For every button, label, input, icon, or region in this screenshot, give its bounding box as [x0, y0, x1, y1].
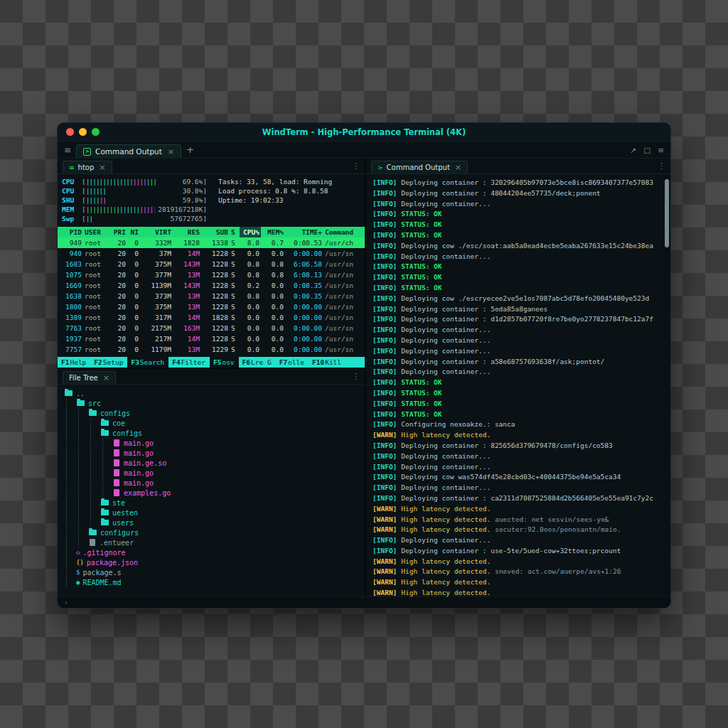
tree-item-main-go[interactable]: main.go	[63, 448, 362, 458]
table-row[interactable]: 1603root200375M143M1228S0.80.86:06.58/us…	[58, 259, 365, 269]
cell: S	[230, 248, 240, 259]
tree-item-users[interactable]: users	[63, 518, 362, 528]
tree-item-uesten[interactable]: uesten	[63, 508, 362, 518]
log-level: [INFO]	[373, 493, 397, 504]
cell: root	[83, 280, 112, 291]
tab-command-output[interactable]: > Command Output ×	[76, 144, 181, 158]
column-header[interactable]: CPU%	[240, 227, 261, 237]
kebab-menu-icon[interactable]: ⋮	[658, 161, 665, 171]
minimize-button[interactable]	[79, 128, 87, 136]
tree-item-main-go[interactable]: main.go	[63, 468, 362, 478]
tree-item-main-go[interactable]: main.go	[63, 438, 362, 448]
cell: 20	[112, 301, 127, 312]
table-row[interactable]: 1669root2001139M143M1228S0.20.00:08.35/u…	[58, 280, 365, 291]
tree-guide	[78, 418, 87, 428]
log-message: Deploying cow ./escryecee2ve5e1os7087abc…	[401, 294, 649, 304]
fkey-label: Lre G	[250, 357, 276, 368]
log-extra: secuter:92.0oos/penosantn/maio.	[495, 525, 621, 535]
tree-guide	[102, 458, 112, 468]
cell: root	[83, 259, 112, 269]
tree-item-readme-md[interactable]: ◉README.md	[63, 577, 362, 587]
table-row[interactable]: 1389root200317M14M1828S0.00.00:00.00/usr…	[58, 312, 365, 323]
column-header[interactable]: MEM%	[261, 227, 285, 237]
table-row[interactable]: 1937root200217M14M1228S0.00.00:00.00/usr…	[58, 333, 365, 344]
fkey-f3[interactable]: F3Search	[127, 357, 168, 368]
cell: 1389	[59, 312, 83, 323]
table-row[interactable]: 940root20037M14M1228S0.00.00:00.00/usr/s…	[58, 248, 365, 259]
tree-item-label: .gitignore	[82, 549, 125, 557]
fkey-f6[interactable]: F6Lre G	[239, 357, 276, 368]
log-line: [INFO]Deploying container...	[373, 346, 660, 357]
tree-guide	[90, 468, 100, 478]
close-icon[interactable]: ×	[168, 147, 174, 156]
tree-item-configs[interactable]: configs	[63, 428, 362, 438]
log-level: [INFO]	[373, 199, 397, 210]
fkey-f10[interactable]: F10Kill	[309, 357, 346, 368]
table-row[interactable]: 949root200332M18281338S8.00.70:00.53/usr…	[58, 237, 365, 248]
tree-guide	[66, 488, 75, 498]
htop-pane: ≡ htop × ⋮ CPU[|||||||||||||||||||||69.6…	[58, 159, 365, 368]
fkey-f1[interactable]: F1Help	[58, 357, 90, 368]
log-message: STATUS: OK	[401, 399, 441, 410]
table-row[interactable]: 1638root200373M13M1228S0.80.00:00.35/usr…	[58, 291, 365, 301]
tree-guide	[102, 448, 112, 458]
menu-icon[interactable]: ≡	[64, 145, 71, 155]
cell: 0.7	[261, 237, 285, 248]
column-header[interactable]: SUB	[201, 227, 230, 237]
kebab-menu-icon[interactable]: ⋮	[352, 161, 360, 171]
tree-item--gitignore[interactable]: ◇.gitignore	[63, 547, 362, 557]
close-icon[interactable]: ×	[99, 163, 105, 172]
column-header[interactable]: RES	[173, 227, 201, 237]
column-header[interactable]: PID	[59, 227, 83, 237]
fkey-f5[interactable]: F5osv	[210, 357, 239, 368]
column-header[interactable]: USER	[83, 227, 112, 237]
table-row[interactable]: 7757root2001179M13M1229S0.00.00:00.00/us…	[58, 344, 365, 355]
window-icon[interactable]: □	[643, 146, 651, 154]
cell: 0	[127, 269, 140, 280]
column-header[interactable]: PRI	[112, 227, 127, 237]
tree-item-configs[interactable]: configs	[63, 408, 362, 418]
tree-item-package-s[interactable]: $package.s	[63, 567, 362, 577]
scrollbar-thumb[interactable]	[665, 179, 669, 247]
meter-label: CPU	[62, 178, 82, 186]
column-header[interactable]: VIRT	[140, 227, 173, 237]
column-header[interactable]: NI	[127, 227, 140, 237]
zoom-button[interactable]	[92, 128, 100, 136]
fkey-f7[interactable]: F7olle	[276, 357, 309, 368]
table-row[interactable]: 1800root200375M13M1228S0.00.00:00.00/usr…	[58, 301, 365, 312]
close-icon[interactable]: ×	[455, 163, 461, 172]
fkey-f2[interactable]: F2Setup	[90, 357, 127, 368]
new-tab-button[interactable]: +	[186, 144, 194, 155]
tree-item-src[interactable]: src	[63, 398, 362, 408]
log-line: [INFO]STATUS: OK	[373, 399, 660, 410]
tree-item-main-ge-so[interactable]: main.ge.so	[63, 458, 362, 468]
tree-guide	[66, 458, 75, 468]
close-icon[interactable]: ×	[103, 373, 109, 382]
tree-item-coe[interactable]: coe	[63, 418, 362, 428]
list-icon: ≡	[69, 164, 75, 171]
tree-item-configurs[interactable]: configurs	[63, 528, 362, 537]
cell: 317M	[140, 312, 173, 323]
tree-item-main-go[interactable]: main.go	[63, 478, 362, 488]
table-row[interactable]: 7763root2002175M163M1228S0.00.00:00.00/u…	[58, 323, 365, 333]
tree-item-ste[interactable]: ste	[63, 498, 362, 508]
column-header[interactable]: Command	[323, 227, 363, 237]
tree-item--entueer[interactable]: .entueer	[63, 537, 362, 547]
tree-item-package-json[interactable]: {}package.json	[63, 557, 362, 567]
cell: 20	[112, 291, 127, 301]
folder-icon	[101, 510, 109, 515]
tab-command-output-pane[interactable]: > Command Output ×	[371, 161, 468, 173]
tab-htop[interactable]: ≡ htop ×	[63, 161, 112, 173]
tab-file-tree[interactable]: File Tree ×	[63, 371, 116, 384]
close-button[interactable]	[66, 128, 74, 136]
tree-item-examples-go[interactable]: examples.go	[63, 488, 362, 498]
scrollbar[interactable]	[664, 175, 670, 595]
expand-icon[interactable]: ↗	[630, 146, 636, 154]
column-header[interactable]: TIME+	[285, 227, 323, 237]
tree-item--[interactable]: ..	[63, 388, 362, 398]
kebab-menu-icon[interactable]: ⋮	[352, 372, 360, 381]
fkey-f4[interactable]: F4Filter	[168, 357, 210, 368]
table-row[interactable]: 1075root200377M13M1228S0.80.86:08.13/usr…	[58, 269, 365, 280]
menu-icon[interactable]: ≡	[658, 146, 664, 154]
column-header[interactable]: S	[230, 227, 240, 237]
